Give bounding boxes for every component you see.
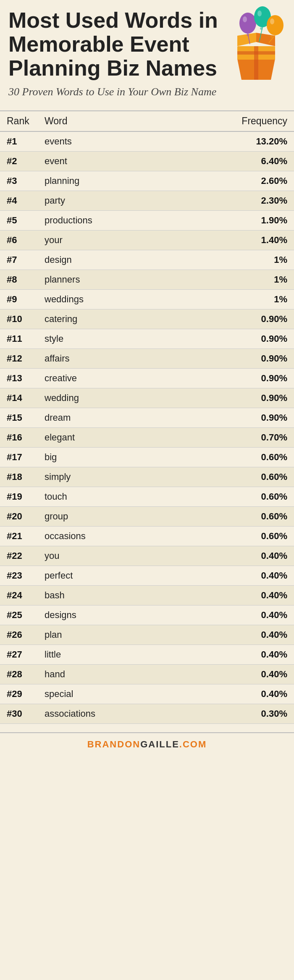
cell-rank: #22 bbox=[0, 546, 38, 566]
cell-rank: #24 bbox=[0, 586, 38, 605]
cell-rank: #26 bbox=[0, 625, 38, 645]
cell-frequency: 2.30% bbox=[171, 191, 294, 211]
cell-word: big bbox=[38, 448, 171, 467]
cell-frequency: 0.70% bbox=[171, 428, 294, 448]
cell-rank: #16 bbox=[0, 428, 38, 448]
cell-rank: #25 bbox=[0, 605, 38, 625]
cell-rank: #2 bbox=[0, 152, 38, 171]
cell-frequency: 0.90% bbox=[171, 349, 294, 369]
cell-frequency: 1% bbox=[171, 270, 294, 290]
cell-frequency: 0.60% bbox=[171, 448, 294, 467]
words-table: Rank Word Frequency #1events13.20%#2even… bbox=[0, 110, 294, 724]
table-row: #10catering0.90% bbox=[0, 309, 294, 329]
cell-rank: #12 bbox=[0, 349, 38, 369]
svg-point-12 bbox=[267, 15, 284, 35]
cell-frequency: 0.60% bbox=[171, 467, 294, 487]
table-row: #14wedding0.90% bbox=[0, 388, 294, 408]
cell-frequency: 1% bbox=[171, 250, 294, 270]
table-row: #7design1% bbox=[0, 250, 294, 270]
cell-frequency: 6.40% bbox=[171, 152, 294, 171]
main-title: Most Used Words in Memorable Event Plann… bbox=[8, 8, 227, 81]
cell-rank: #7 bbox=[0, 250, 38, 270]
table-row: #1events13.20% bbox=[0, 131, 294, 152]
cell-word: catering bbox=[38, 309, 171, 329]
cell-rank: #15 bbox=[0, 408, 38, 428]
cell-rank: #5 bbox=[0, 211, 38, 231]
cell-frequency: 0.90% bbox=[171, 388, 294, 408]
cell-frequency: 0.40% bbox=[171, 546, 294, 566]
svg-point-17 bbox=[270, 18, 274, 24]
cell-rank: #1 bbox=[0, 131, 38, 152]
brand-name-part3: .COM bbox=[179, 739, 207, 749]
cell-word: hand bbox=[38, 665, 171, 684]
cell-frequency: 0.60% bbox=[171, 527, 294, 546]
cell-word: event bbox=[38, 152, 171, 171]
table-row: #20group0.60% bbox=[0, 507, 294, 527]
cell-word: design bbox=[38, 250, 171, 270]
brand-name-part1: BRANDON bbox=[87, 739, 140, 749]
svg-point-8 bbox=[247, 34, 249, 36]
cell-word: associations bbox=[38, 704, 171, 724]
table-row: #2event6.40% bbox=[0, 152, 294, 171]
cell-word: productions bbox=[38, 211, 171, 231]
col-word: Word bbox=[38, 111, 171, 131]
cell-word: group bbox=[38, 507, 171, 527]
table-row: #21occasions0.60% bbox=[0, 527, 294, 546]
cell-rank: #8 bbox=[0, 270, 38, 290]
cell-word: little bbox=[38, 645, 171, 665]
cell-rank: #10 bbox=[0, 309, 38, 329]
cell-frequency: 1.90% bbox=[171, 211, 294, 231]
svg-marker-3 bbox=[256, 33, 275, 46]
table-row: #30associations0.30% bbox=[0, 704, 294, 724]
cell-frequency: 0.90% bbox=[171, 309, 294, 329]
cell-frequency: 0.90% bbox=[171, 369, 294, 388]
col-rank: Rank bbox=[0, 111, 38, 131]
table-row: #4party2.30% bbox=[0, 191, 294, 211]
cell-word: weddings bbox=[38, 290, 171, 309]
table-row: #17big0.60% bbox=[0, 448, 294, 467]
svg-rect-5 bbox=[237, 51, 275, 55]
footer-branding: BRANDONGAILLE.COM bbox=[0, 732, 294, 754]
table-row: #19touch0.60% bbox=[0, 487, 294, 507]
table-row: #25designs0.40% bbox=[0, 605, 294, 625]
cell-word: planning bbox=[38, 171, 171, 191]
cell-word: planners bbox=[38, 270, 171, 290]
cell-word: you bbox=[38, 546, 171, 566]
cell-frequency: 0.40% bbox=[171, 605, 294, 625]
table-header-row: Rank Word Frequency bbox=[0, 111, 294, 131]
cell-frequency: 0.40% bbox=[171, 566, 294, 586]
table-row: #16elegant0.70% bbox=[0, 428, 294, 448]
table-row: #24bash0.40% bbox=[0, 586, 294, 605]
cell-rank: #17 bbox=[0, 448, 38, 467]
cell-word: designs bbox=[38, 605, 171, 625]
cell-rank: #28 bbox=[0, 665, 38, 684]
cell-word: special bbox=[38, 684, 171, 704]
table-row: #13creative0.90% bbox=[0, 369, 294, 388]
cell-word: occasions bbox=[38, 527, 171, 546]
table-row: #12affairs0.90% bbox=[0, 349, 294, 369]
cell-rank: #11 bbox=[0, 329, 38, 349]
table-row: #5productions1.90% bbox=[0, 211, 294, 231]
col-frequency: Frequency bbox=[171, 111, 294, 131]
cell-frequency: 0.30% bbox=[171, 704, 294, 724]
cell-frequency: 1.40% bbox=[171, 231, 294, 250]
svg-point-15 bbox=[243, 16, 247, 22]
cell-rank: #14 bbox=[0, 388, 38, 408]
balloons-and-box-icon bbox=[225, 4, 288, 88]
cell-frequency: 0.40% bbox=[171, 625, 294, 645]
cell-frequency: 0.40% bbox=[171, 684, 294, 704]
table-row: #26plan0.40% bbox=[0, 625, 294, 645]
cell-frequency: 2.60% bbox=[171, 171, 294, 191]
table-row: #11style0.90% bbox=[0, 329, 294, 349]
cell-rank: #20 bbox=[0, 507, 38, 527]
cell-frequency: 0.40% bbox=[171, 665, 294, 684]
cell-word: simply bbox=[38, 467, 171, 487]
cell-rank: #3 bbox=[0, 171, 38, 191]
cell-rank: #21 bbox=[0, 527, 38, 546]
svg-point-14 bbox=[270, 35, 273, 38]
cell-frequency: 1% bbox=[171, 290, 294, 309]
cell-frequency: 13.20% bbox=[171, 131, 294, 152]
cell-word: wedding bbox=[38, 388, 171, 408]
table-row: #22you0.40% bbox=[0, 546, 294, 566]
cell-frequency: 0.40% bbox=[171, 586, 294, 605]
